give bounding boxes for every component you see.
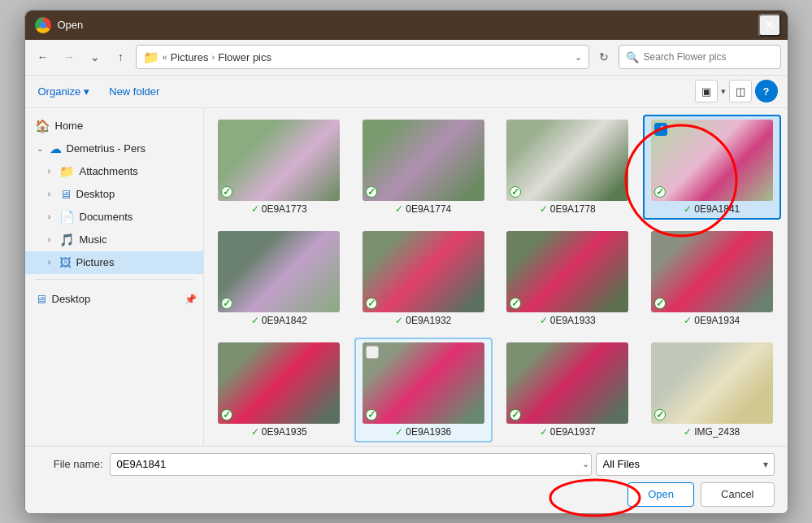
- file-item-0E9A1932[interactable]: ✓ ✓ 0E9A1932: [354, 226, 493, 331]
- toolbar-row: Organize ▾ New folder ▣ ▾ ◫ ?: [25, 76, 788, 108]
- filename-label: File name:: [38, 458, 103, 470]
- filename-0E9A1937: ✓ 0E9A1937: [540, 426, 596, 438]
- file-item-0E9A1933[interactable]: ✓ ✓ 0E9A1933: [499, 226, 637, 331]
- search-input[interactable]: [644, 51, 774, 63]
- open-button[interactable]: Open: [627, 482, 694, 507]
- fn-check-icon: ✓: [251, 203, 259, 215]
- badge-IMG_2438: ✓: [654, 409, 666, 421]
- fn-check-icon: ✓: [395, 315, 403, 326]
- cancel-button[interactable]: Cancel: [701, 482, 774, 507]
- filename-0E9A1841: ✓ 0E9A1841: [684, 203, 740, 215]
- sidebar-label-desktop: Desktop: [76, 188, 115, 200]
- folder-icon: 📁: [143, 50, 159, 65]
- sidebar-label-documents: Documents: [80, 211, 133, 223]
- filename-0E9A1842: ✓ 0E9A1842: [251, 315, 307, 326]
- action-row: Open Cancel: [38, 482, 775, 507]
- view-btn-details[interactable]: ◫: [729, 80, 752, 102]
- breadcrumb-pictures[interactable]: Pictures: [171, 51, 209, 63]
- sidebar-item-home[interactable]: 🏠 Home: [25, 115, 203, 137]
- file-item-0E9A1935[interactable]: ✓ ✓ 0E9A1935: [211, 338, 349, 442]
- file-grid-container: ✓ ✓ 0E9A1773 ✓: [204, 108, 788, 446]
- new-folder-label: New folder: [109, 85, 159, 98]
- badge-0E9A1936: ✓: [366, 409, 377, 421]
- sidebar-item-desktop[interactable]: › 🖥 Desktop: [25, 183, 203, 206]
- new-folder-button[interactable]: New folder: [106, 84, 163, 99]
- badge-0E9A1773: ✓: [221, 186, 232, 198]
- breadcrumb[interactable]: 📁 « Pictures › Flower pics ⌄: [136, 45, 589, 69]
- sidebar-item-desktop-pin[interactable]: 🖥 Desktop 📌: [25, 288, 203, 311]
- thumbnail-0E9A1773: ✓: [218, 120, 340, 201]
- pin-icon: 📌: [185, 294, 197, 305]
- thumbnail-0E9A1841: ✓: [651, 120, 773, 201]
- file-item-0E9A1778[interactable]: ✓ ✓ 0E9A1778: [499, 115, 637, 220]
- file-item-0E9A1937[interactable]: ✓ ✓ 0E9A1937: [499, 338, 637, 442]
- music-icon: 🎵: [59, 233, 75, 247]
- refresh-button[interactable]: ↻: [593, 46, 615, 68]
- filename-IMG_2438: ✓ IMG_2438: [684, 426, 740, 438]
- bottom-row: File name: ⌄ All Files Open Cancel: [25, 446, 788, 513]
- filename-0E9A1778: ✓ 0E9A1778: [540, 203, 596, 215]
- back-button[interactable]: ←: [32, 46, 54, 68]
- desktop-icon: 🖥: [59, 187, 72, 201]
- sidebar-item-music[interactable]: › 🎵 Music: [25, 229, 203, 251]
- search-icon: 🔍: [626, 51, 639, 63]
- help-button[interactable]: ?: [755, 80, 778, 102]
- breadcrumb-flower-pics[interactable]: Flower pics: [218, 51, 271, 63]
- forward-button[interactable]: →: [58, 46, 80, 68]
- up-button[interactable]: ↑: [110, 46, 132, 68]
- filename-0E9A1935: ✓ 0E9A1935: [251, 426, 307, 438]
- organize-arrow: ▾: [84, 85, 89, 98]
- sidebar-item-pictures[interactable]: › 🖼 Pictures: [25, 251, 203, 274]
- title-bar: Open ✕: [25, 11, 788, 40]
- fn-check-icon: ✓: [395, 426, 403, 438]
- filename-0E9A1936: ✓ 0E9A1936: [395, 426, 451, 438]
- documents-icon: 📄: [59, 210, 75, 224]
- badge-0E9A1932: ✓: [366, 298, 377, 309]
- cloud-icon: ☁: [50, 142, 62, 156]
- fn-check-icon: ✓: [251, 315, 259, 326]
- file-item-IMG_2438[interactable]: ✓ ✓ IMG_2438: [643, 338, 781, 442]
- file-item-0E9A1773[interactable]: ✓ ✓ 0E9A1773: [211, 115, 349, 220]
- fn-check-icon: ✓: [540, 203, 548, 215]
- file-grid: ✓ ✓ 0E9A1773 ✓: [211, 115, 781, 446]
- sidebar-divider: [35, 279, 193, 280]
- sidebar-item-demetrius[interactable]: ⌄ ☁ Demetrius - Pers: [25, 137, 203, 160]
- checkbox-0E9A1936: [366, 346, 379, 359]
- sidebar-item-attachments[interactable]: › 📁 Attachments: [25, 160, 203, 183]
- badge-0E9A1842: ✓: [221, 298, 232, 309]
- fn-check-icon: ✓: [684, 203, 692, 215]
- view-dropdown-icon[interactable]: ▾: [721, 86, 726, 97]
- dropdown-button[interactable]: ⌄: [84, 46, 106, 68]
- filename-dropdown-icon[interactable]: ⌄: [582, 459, 589, 469]
- fn-check-icon: ✓: [395, 203, 403, 215]
- sidebar-item-documents[interactable]: › 📄 Documents: [25, 206, 203, 229]
- filename-input[interactable]: [110, 453, 592, 476]
- checkbox-0E9A1841: [654, 123, 667, 136]
- badge-0E9A1934: ✓: [654, 298, 666, 309]
- thumbnail-0E9A1937: ✓: [506, 342, 628, 424]
- filename-0E9A1932: ✓ 0E9A1932: [395, 315, 451, 326]
- filetype-select[interactable]: All Files: [596, 453, 775, 476]
- badge-0E9A1774: ✓: [366, 186, 377, 198]
- filetype-wrapper: All Files: [596, 453, 775, 476]
- main-area: 🏠 Home ⌄ ☁ Demetrius - Pers › 📁 Attachme…: [25, 108, 788, 446]
- close-button[interactable]: ✕: [758, 14, 781, 37]
- expand-attachments-icon: ›: [45, 167, 54, 176]
- thumbnail-0E9A1936: ✓: [363, 342, 484, 424]
- file-item-0E9A1842[interactable]: ✓ ✓ 0E9A1842: [211, 226, 349, 331]
- file-item-0E9A1936[interactable]: ✓ ✓ 0E9A1936: [354, 338, 493, 442]
- file-item-0E9A1934[interactable]: ✓ ✓ 0E9A1934: [643, 226, 781, 331]
- breadcrumb-sep1: «: [163, 52, 167, 62]
- breadcrumb-dropdown-icon[interactable]: ⌄: [575, 52, 582, 63]
- file-item-0E9A1774[interactable]: ✓ ✓ 0E9A1774: [354, 115, 493, 220]
- view-btn-grid[interactable]: ▣: [695, 80, 718, 102]
- filename-0E9A1934: ✓ 0E9A1934: [684, 315, 740, 326]
- file-item-0E9A1841[interactable]: ✓ ✓ 0E9A1841: [643, 115, 781, 220]
- pictures-icon: 🖼: [59, 255, 72, 269]
- badge-0E9A1937: ✓: [510, 409, 521, 421]
- fn-check-icon: ✓: [684, 315, 692, 326]
- organize-button[interactable]: Organize ▾: [35, 84, 93, 99]
- expand-demetrius-icon: ⌄: [35, 144, 45, 153]
- filename-row: File name: ⌄ All Files: [38, 453, 775, 476]
- thumbnail-0E9A1774: ✓: [363, 120, 484, 201]
